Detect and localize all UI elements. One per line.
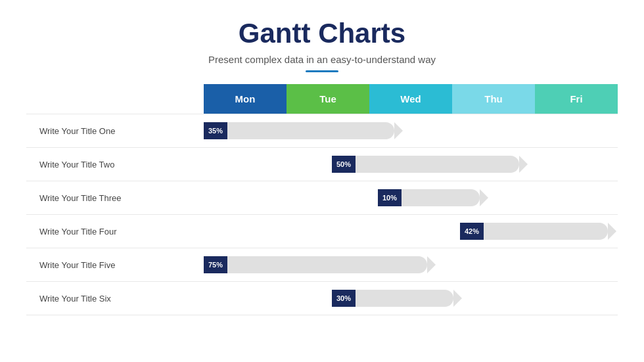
bar-percent-label: 50%: [332, 156, 356, 173]
row-label: Write Your Title Three: [26, 187, 204, 210]
row-bars: 10%: [204, 181, 618, 214]
row-bars: 50%: [204, 148, 618, 181]
bar-track: 10%: [378, 189, 480, 206]
day-header-fri: Fri: [535, 84, 618, 114]
row-bars: 75%: [204, 248, 618, 281]
bar-track: 75%: [204, 256, 427, 273]
row-bars: 30%: [204, 282, 618, 315]
row-bars: 35%: [204, 114, 618, 147]
row-bars: 42%: [204, 215, 618, 248]
day-header-mon: Mon: [204, 84, 287, 114]
table-row: Write Your Title Two50%: [26, 148, 618, 181]
day-header-tue: Tue: [287, 84, 369, 114]
page-subtitle: Present complex data in an easy-to-under…: [208, 54, 436, 65]
bar-track: 30%: [332, 290, 453, 307]
bar-percent-label: 42%: [460, 223, 484, 240]
bar-track: 50%: [332, 156, 519, 173]
table-row: Write Your Title Five75%: [26, 248, 618, 282]
gantt-chart: MonTueWedThuFri Write Your Title One35%W…: [26, 84, 618, 315]
table-row: Write Your Title One35%: [26, 114, 618, 148]
row-label: Write Your Title Five: [26, 254, 204, 277]
row-label: Write Your Title One: [26, 120, 204, 143]
bar-track: 35%: [204, 122, 394, 139]
bar-track: 42%: [460, 223, 608, 240]
chart-header: MonTueWedThuFri: [204, 84, 618, 114]
table-row: Write Your Title Three10%: [26, 181, 618, 215]
page-title: Gantt Charts: [239, 18, 405, 49]
bar-percent-label: 10%: [378, 189, 402, 206]
day-header-wed: Wed: [369, 84, 452, 114]
row-label: Write Your Title Four: [26, 220, 204, 243]
bar-percent-label: 30%: [332, 290, 356, 307]
chart-body: Write Your Title One35%Write Your Title …: [26, 114, 618, 315]
table-row: Write Your Title Six30%: [26, 282, 618, 315]
row-label: Write Your Title Two: [26, 153, 204, 176]
bar-percent-label: 75%: [204, 256, 227, 273]
day-header-thu: Thu: [452, 84, 535, 114]
table-row: Write Your Title Four42%: [26, 215, 618, 248]
row-label: Write Your Title Six: [26, 287, 204, 310]
title-divider: [306, 70, 338, 72]
bar-percent-label: 35%: [204, 122, 227, 139]
